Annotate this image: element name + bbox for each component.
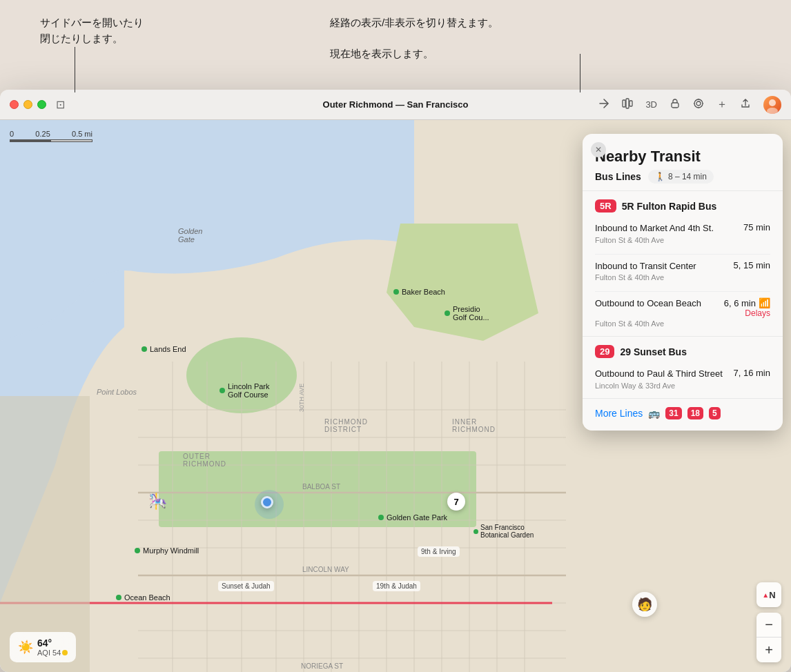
transit-row-2: Inbound to Transit Center 5, 15 min xyxy=(595,260,770,273)
share-button[interactable] xyxy=(740,98,751,112)
bus-name-5r: 5R Fulton Rapid Bus xyxy=(622,201,717,212)
transit-row-1: Inbound to Market And 4th St. 75 min xyxy=(595,222,770,235)
panel-subtitle-row: Bus Lines 🚶 8 – 14 min xyxy=(595,170,770,184)
location-button[interactable] xyxy=(693,98,704,112)
bus-section-5r: 5R 5R Fulton Rapid Bus Inbound to Market… xyxy=(583,190,783,336)
traffic-lights xyxy=(10,100,46,109)
svg-point-10 xyxy=(769,99,776,106)
bus-section-29: 29 29 Sunset Bus Outbound to Paul & Thir… xyxy=(583,336,783,398)
destination-29-1: Outbound to Paul & Third Street xyxy=(595,368,728,380)
panel-close-button[interactable]: ✕ xyxy=(591,142,606,157)
time-1: 75 min xyxy=(743,222,770,233)
bus-badge-5r: 5R xyxy=(595,199,616,213)
transit-entry-3: Outbound to Ocean Beach 6, 6 min 📶 Delay… xyxy=(595,297,770,328)
walk-time: 8 – 14 min xyxy=(668,172,707,181)
compass-button[interactable]: ▲N xyxy=(756,582,781,607)
add-button[interactable]: ＋ xyxy=(716,97,727,112)
entry-divider-2 xyxy=(595,291,770,292)
destination-3: Outbound to Ocean Beach xyxy=(595,297,719,310)
more-line-31[interactable]: 31 xyxy=(665,407,681,419)
time-delay-col: 6, 6 min 📶 Delays xyxy=(719,297,770,318)
aqi-color-dot xyxy=(62,650,68,655)
bus-line-header-5r: 5R 5R Fulton Rapid Bus xyxy=(595,199,770,213)
bus-icon: 🚌 xyxy=(648,408,660,419)
walk-time-badge: 🚶 8 – 14 min xyxy=(648,170,714,184)
transit-panel: ✕ Nearby Transit Bus Lines 🚶 8 – 14 min … xyxy=(583,134,783,431)
panel-subtitle: Bus Lines xyxy=(595,171,641,182)
my-location-map-button[interactable]: 🧑 xyxy=(632,592,657,617)
stop-1: Fulton St & 40th Ave xyxy=(595,236,770,244)
delay-icon: 📶 xyxy=(759,297,770,308)
transit-row-29-1: Outbound to Paul & Third Street 7, 16 mi… xyxy=(595,368,770,380)
svg-rect-44 xyxy=(0,396,90,672)
stop-2: Fulton St & 40th Ave xyxy=(595,273,770,281)
destination-1: Inbound to Market And 4th St. xyxy=(595,222,738,235)
weather-widget: ☀️ 64° AQI 54 xyxy=(10,632,76,662)
close-button[interactable] xyxy=(10,100,19,109)
map-area[interactable]: BALBOA ST LINCOLN WAY NORIEGA ST 30TH AV… xyxy=(0,120,791,672)
walk-icon: 🚶 xyxy=(655,172,665,181)
zoom-controls: − + xyxy=(756,613,781,662)
avatar[interactable] xyxy=(763,96,781,114)
zoom-in-button[interactable]: − xyxy=(756,613,781,638)
svg-rect-0 xyxy=(623,100,625,107)
user-location-dot xyxy=(261,496,273,508)
weather-icon: ☀️ xyxy=(18,640,33,655)
scale-label-05: 0.5 mi xyxy=(72,130,92,138)
transit-entry-1: Inbound to Market And 4th St. 75 min Ful… xyxy=(595,222,770,244)
scale-bar: 0 0.25 0.5 mi xyxy=(10,130,92,142)
stop-29-1: Lincoln Way & 33rd Ave xyxy=(595,382,770,390)
lock-icon[interactable] xyxy=(670,98,681,112)
stop-3: Fulton St & 40th Ave xyxy=(595,319,770,328)
minimize-button[interactable] xyxy=(23,100,32,109)
map-view-icon[interactable] xyxy=(622,98,633,112)
3d-button[interactable]: 3D xyxy=(645,99,657,110)
bus-line-header-29: 29 29 Sunset Bus xyxy=(595,345,770,358)
directions-icon[interactable] xyxy=(598,98,609,112)
svg-point-5 xyxy=(694,99,703,108)
svg-point-4 xyxy=(696,101,701,106)
time-2: 5, 15 min xyxy=(734,260,770,270)
map-controls: ▲N − + xyxy=(756,582,781,662)
app-window: ⊡ Outer Richmond — San Francisco 3D ＋ xyxy=(0,90,791,672)
svg-rect-2 xyxy=(629,101,632,106)
panel-header: Nearby Transit Bus Lines 🚶 8 – 14 min xyxy=(583,134,783,190)
panel-title: Nearby Transit xyxy=(595,148,770,166)
annotation-sidebar: サイドバーを開いたり 閉じたりします。 xyxy=(40,15,144,46)
entry-divider-1 xyxy=(595,254,770,255)
weather-aqi: AQI 54 xyxy=(37,649,68,657)
transit-entry-29-1: Outbound to Paul & Third Street 7, 16 mi… xyxy=(595,368,770,390)
more-line-18[interactable]: 18 xyxy=(687,407,703,419)
maximize-button[interactable] xyxy=(37,100,46,109)
sidebar-toggle-button[interactable]: ⊡ xyxy=(56,98,65,111)
svg-text:LINCOLN WAY: LINCOLN WAY xyxy=(302,566,349,573)
weather-info: 64° AQI 54 xyxy=(37,638,68,657)
bus-badge-29: 29 xyxy=(595,345,614,358)
svg-rect-3 xyxy=(672,103,678,108)
bus-name-29: 29 Sunset Bus xyxy=(620,346,686,357)
window-title: Outer Richmond — San Francisco xyxy=(323,99,469,110)
svg-point-11 xyxy=(767,108,778,114)
svg-rect-1 xyxy=(626,99,629,108)
time-29-1: 7, 16 min xyxy=(734,368,770,378)
weather-temp: 64° xyxy=(37,638,68,649)
more-line-5[interactable]: 5 xyxy=(709,407,721,419)
more-lines-row: More Lines 🚌 31 18 5 xyxy=(583,398,783,431)
delay-text: Delays xyxy=(745,308,770,318)
scale-line xyxy=(10,139,92,142)
time-3: 6, 6 min xyxy=(724,298,756,308)
titlebar-actions: 3D ＋ xyxy=(598,96,781,114)
svg-text:BALBOA ST: BALBOA ST xyxy=(302,483,340,491)
scale-label-0: 0 xyxy=(10,130,14,138)
annotation-route: 経路の表示/非表示を切り替えます。 現在地を表示します。 xyxy=(330,15,498,62)
more-lines-button[interactable]: More Lines xyxy=(595,408,643,419)
titlebar: ⊡ Outer Richmond — San Francisco 3D ＋ xyxy=(0,90,791,120)
svg-text:NORIEGA ST: NORIEGA ST xyxy=(301,662,343,670)
delay-time-row: 6, 6 min 📶 xyxy=(719,297,770,308)
destination-2: Inbound to Transit Center xyxy=(595,260,728,273)
transit-entry-2: Inbound to Transit Center 5, 15 min Fult… xyxy=(595,260,770,282)
transit-row-3: Outbound to Ocean Beach 6, 6 min 📶 Delay… xyxy=(595,297,770,318)
svg-text:30TH AVE: 30TH AVE xyxy=(298,384,305,412)
scale-label-025: 0.25 xyxy=(35,130,50,138)
zoom-out-button[interactable]: + xyxy=(756,638,781,662)
